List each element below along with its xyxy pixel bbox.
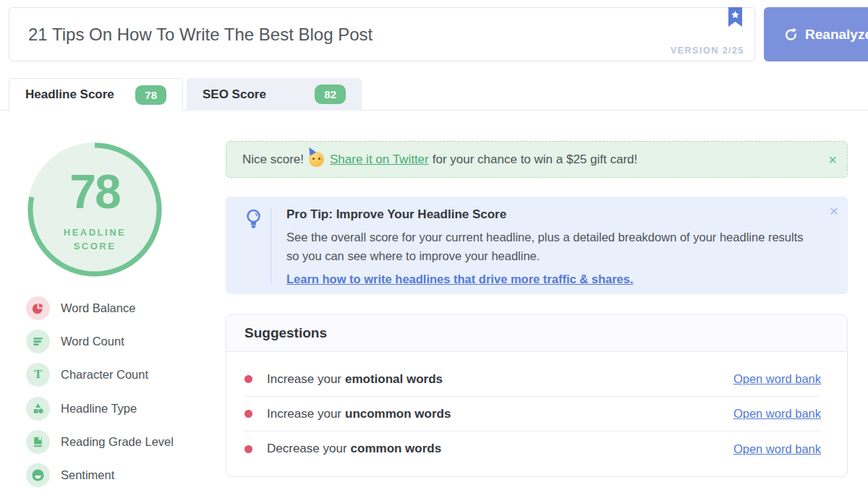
open-word-bank-link[interactable]: Open word bank xyxy=(733,372,821,386)
share-banner: Nice score! Share it on Twitter for your… xyxy=(226,141,848,178)
headline-score-gauge: 78 HEADLINE SCORE xyxy=(26,141,163,278)
version-label: VERSION 2/25 xyxy=(671,46,744,56)
banner-text-after: for your chance to win a $25 gift card! xyxy=(433,152,638,167)
open-word-bank-link[interactable]: Open word bank xyxy=(733,442,821,456)
refresh-icon xyxy=(784,27,798,42)
factor-word-count[interactable]: Word Count xyxy=(26,324,174,358)
red-dot-icon xyxy=(244,410,252,418)
tab-headline-label: Headline Score xyxy=(25,87,114,102)
suggestion-highlight: common words xyxy=(351,442,442,455)
factor-label: Word Balance xyxy=(61,301,135,315)
headline-score-badge: 78 xyxy=(135,85,166,105)
smiley-icon xyxy=(26,463,50,487)
pro-tip-body: See the overall score for your current h… xyxy=(286,228,816,265)
reanalyze-label: Reanalyze xyxy=(805,27,868,43)
suggestion-highlight: emotional words xyxy=(345,372,443,386)
factor-label: Sentiment xyxy=(61,468,114,482)
pie-chart-icon xyxy=(26,296,50,320)
suggestions-panel: Suggestions Increase youremotional words… xyxy=(226,314,848,477)
headline-text[interactable]: 21 Tips On How To Write The Best Blog Po… xyxy=(28,25,373,45)
suggestion-text: Decrease your xyxy=(267,442,347,455)
factor-word-balance[interactable]: Word Balance xyxy=(26,291,174,324)
letter-t-icon: T xyxy=(26,363,50,387)
gauge-score-label: HEADLINE SCORE xyxy=(51,226,138,254)
pro-tip-close-icon[interactable]: × xyxy=(830,203,838,218)
pro-tip-title: Pro Tip: Improve Your Headline Score xyxy=(286,207,816,222)
factor-label: Word Count xyxy=(61,335,124,348)
svg-text:T: T xyxy=(34,369,42,381)
red-dot-icon xyxy=(244,445,252,453)
factor-sentiment[interactable]: Sentiment xyxy=(26,458,174,490)
pro-tip-divider xyxy=(271,208,271,283)
suggestion-row-uncommon: Increase youruncommon words Open word ba… xyxy=(244,397,821,431)
suggestion-row-emotional: Increase youremotional words Open word b… xyxy=(244,362,821,397)
suggestion-row-common: Decrease yourcommon words Open word bank xyxy=(244,431,821,466)
list-lines-icon xyxy=(26,330,50,353)
suggestions-title: Suggestions xyxy=(226,315,847,352)
red-dot-icon xyxy=(244,375,252,383)
pro-tip-learn-link[interactable]: Learn how to write headlines that drive … xyxy=(286,272,634,286)
seo-score-badge: 82 xyxy=(315,85,346,104)
party-face-emoji-icon xyxy=(309,152,324,167)
share-twitter-link[interactable]: Share it on Twitter xyxy=(330,152,429,167)
reanalyze-button[interactable]: Reanalyze xyxy=(764,7,868,61)
gauge-score-value: 78 xyxy=(69,168,119,215)
suggestion-text: Increase your xyxy=(267,407,341,421)
lightbulb-icon xyxy=(244,209,263,231)
suggestion-text: Increase your xyxy=(267,372,341,386)
tab-headline-score[interactable]: Headline Score 78 xyxy=(9,78,183,111)
factor-headline-type[interactable]: Headline Type xyxy=(26,392,174,425)
headline-input[interactable]: 21 Tips On How To Write The Best Blog Po… xyxy=(9,7,755,61)
open-word-bank-link[interactable]: Open word bank xyxy=(733,407,821,421)
banner-text-before: Nice score! xyxy=(242,152,304,167)
book-icon xyxy=(26,430,50,454)
factor-label: Reading Grade Level xyxy=(61,435,174,449)
tab-seo-label: SEO Score xyxy=(203,87,266,102)
factor-label: Character Count xyxy=(61,368,148,382)
factor-label: Headline Type xyxy=(61,402,137,416)
factor-list: Word Balance Word Count T Character Coun… xyxy=(26,291,174,490)
tab-seo-score[interactable]: SEO Score 82 xyxy=(187,78,362,111)
factor-reading-grade-level[interactable]: Reading Grade Level xyxy=(26,425,174,458)
banner-close-icon[interactable]: × xyxy=(828,152,837,167)
pro-tip-box: Pro Tip: Improve Your Headline Score See… xyxy=(226,197,848,294)
factor-character-count[interactable]: T Character Count xyxy=(26,358,174,392)
suggestion-highlight: uncommon words xyxy=(345,407,451,421)
bookmark-icon[interactable] xyxy=(728,7,742,27)
shapes-icon xyxy=(26,397,50,421)
